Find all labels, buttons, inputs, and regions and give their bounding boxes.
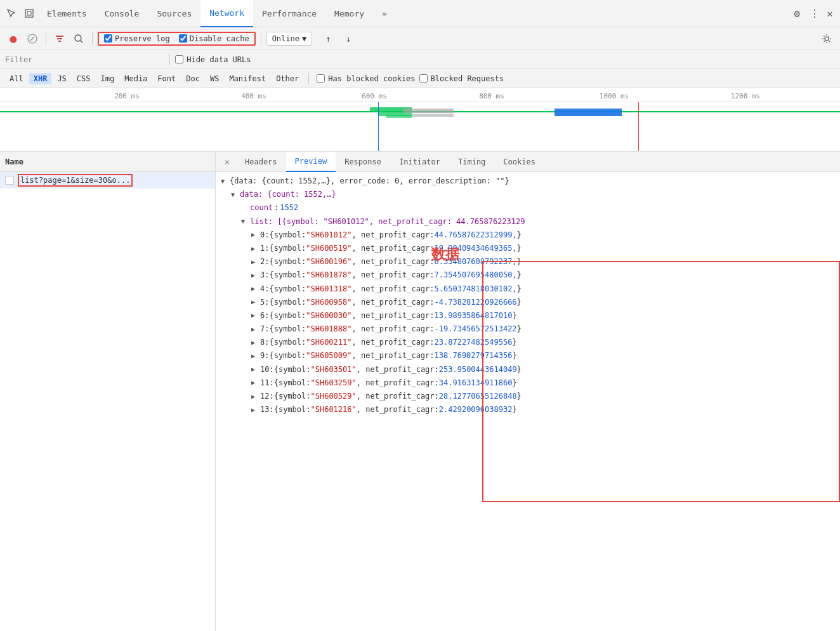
json-count-value: 1552 bbox=[280, 202, 298, 214]
json-item-4[interactable]: ▶ 4: {symbol: "SH601318" , net_profit_ca… bbox=[221, 282, 835, 296]
triangle-item-1[interactable]: ▶ bbox=[251, 244, 258, 254]
preserve-log-input[interactable] bbox=[104, 34, 112, 43]
json-item-13[interactable]: ▶ 13: {symbol: "SH601216" , net_profit_c… bbox=[221, 403, 835, 416]
triangle-root[interactable]: ▼ bbox=[221, 176, 227, 187]
filter-input[interactable] bbox=[37, 55, 164, 64]
tab-preview[interactable]: Preview bbox=[286, 152, 336, 172]
upload-icon[interactable]: ↑ bbox=[320, 30, 336, 47]
ruler-1200ms: 1200 ms bbox=[731, 92, 760, 100]
tab-elements[interactable]: Elements bbox=[38, 0, 96, 27]
json-item-2[interactable]: ▶ 2: {symbol: "SH600196" , net_profit_ca… bbox=[221, 255, 835, 269]
left-panel: Name list?page=1&size=30&o... bbox=[0, 152, 216, 631]
blocked-requests-input[interactable] bbox=[419, 74, 428, 83]
type-doc[interactable]: Doc bbox=[181, 73, 204, 84]
type-manifest[interactable]: Manifest bbox=[225, 73, 270, 84]
triangle-item-8[interactable]: ▶ bbox=[251, 338, 258, 348]
triangle-item-11[interactable]: ▶ bbox=[251, 378, 258, 388]
svg-rect-1 bbox=[27, 11, 31, 15]
box-icon[interactable] bbox=[20, 0, 38, 27]
network-throttle-select[interactable]: Online ▼ bbox=[266, 32, 313, 46]
triangle-data[interactable]: ▼ bbox=[231, 190, 237, 200]
hide-data-urls-checkbox[interactable]: Hide data URLs bbox=[175, 55, 251, 64]
triangle-item-7[interactable]: ▶ bbox=[251, 324, 258, 335]
json-tree-wrapper: 数据 ▼ {data: {count: 1552,…}, error_code:… bbox=[216, 172, 840, 631]
json-item-0[interactable]: ▶ 0: {symbol: "SH601012" , net_profit_ca… bbox=[221, 229, 835, 242]
triangle-item-0[interactable]: ▶ bbox=[251, 230, 258, 240]
bar-blue-1 bbox=[555, 109, 622, 116]
triangle-item-9[interactable]: ▶ bbox=[251, 351, 258, 361]
type-img[interactable]: Img bbox=[96, 73, 119, 84]
triangle-item-2[interactable]: ▶ bbox=[251, 257, 258, 267]
tab-memory[interactable]: Memory bbox=[325, 0, 373, 27]
close-panel-icon[interactable]: × bbox=[218, 152, 236, 172]
record-button[interactable]: ● bbox=[5, 30, 22, 47]
type-media[interactable]: Media bbox=[120, 73, 152, 84]
tab-more[interactable]: » bbox=[373, 0, 396, 27]
search-icon[interactable] bbox=[70, 30, 87, 47]
download-icon[interactable]: ↓ bbox=[340, 30, 357, 47]
triangle-item-13[interactable]: ▶ bbox=[251, 405, 258, 415]
left-panel-header: Name bbox=[0, 152, 215, 172]
json-item-1[interactable]: ▶ 1: {symbol: "SH600519" , net_profit_ca… bbox=[221, 242, 835, 255]
triangle-item-4[interactable]: ▶ bbox=[251, 284, 258, 294]
close-devtools-icon[interactable]: ✕ bbox=[822, 0, 837, 27]
triangle-item-3[interactable]: ▶ bbox=[251, 270, 258, 281]
json-item-11[interactable]: ▶ 11: {symbol: "SH603259" , net_profit_c… bbox=[221, 376, 835, 390]
type-js[interactable]: JS bbox=[53, 73, 70, 84]
has-blocked-cookies-checkbox[interactable]: Has blocked cookies bbox=[317, 74, 415, 83]
request-item[interactable]: list?page=1&size=30&o... bbox=[0, 172, 215, 189]
triangle-item-12[interactable]: ▶ bbox=[251, 392, 258, 402]
triangle-list[interactable]: ▼ bbox=[241, 216, 247, 227]
tab-console[interactable]: Console bbox=[96, 0, 148, 27]
preserve-log-checkbox[interactable]: Preserve log bbox=[104, 34, 170, 43]
triangle-item-5[interactable]: ▶ bbox=[251, 297, 258, 307]
hide-data-urls-input[interactable] bbox=[175, 55, 183, 63]
json-tree[interactable]: ▼ {data: {count: 1552,…}, error_code: 0,… bbox=[216, 172, 840, 419]
json-root[interactable]: ▼ {data: {count: 1552,…}, error_code: 0,… bbox=[221, 175, 835, 188]
triangle-item-10[interactable]: ▶ bbox=[251, 364, 258, 375]
more-options-icon[interactable]: ⋮ bbox=[807, 0, 822, 27]
has-blocked-cookies-input[interactable] bbox=[317, 74, 325, 83]
clear-button[interactable] bbox=[24, 30, 41, 47]
json-item-10[interactable]: ▶ 10: {symbol: "SH603501" , net_profit_c… bbox=[221, 363, 835, 376]
tab-timing[interactable]: Timing bbox=[449, 152, 494, 172]
json-data[interactable]: ▼ data: {count: 1552,…} bbox=[221, 188, 835, 201]
filter-icon[interactable] bbox=[51, 30, 68, 47]
triangle-item-6[interactable]: ▶ bbox=[251, 310, 258, 321]
tab-headers[interactable]: Headers bbox=[236, 152, 286, 172]
type-other[interactable]: Other bbox=[272, 73, 303, 84]
bar-gray-1 bbox=[404, 109, 454, 113]
json-item-9[interactable]: ▶ 9: {symbol: "SH605009" , net_profit_ca… bbox=[221, 349, 835, 362]
cursor-icon[interactable] bbox=[3, 0, 20, 27]
network-settings-icon[interactable] bbox=[818, 30, 835, 47]
tab-sources[interactable]: Sources bbox=[148, 0, 200, 27]
type-font[interactable]: Font bbox=[153, 73, 180, 84]
disable-cache-checkbox[interactable]: Disable cache bbox=[179, 34, 249, 43]
settings-icon[interactable]: ⚙ bbox=[787, 0, 807, 27]
type-ws[interactable]: WS bbox=[206, 73, 223, 84]
json-item-12[interactable]: ▶ 12: {symbol: "SH600529" , net_profit_c… bbox=[221, 390, 835, 403]
red-cursor-line bbox=[638, 102, 639, 152]
tab-cookies[interactable]: Cookies bbox=[494, 152, 544, 172]
tab-initiator[interactable]: Initiator bbox=[390, 152, 449, 172]
json-item-3[interactable]: ▶ 3: {symbol: "SH601878" , net_profit_ca… bbox=[221, 269, 835, 282]
disable-cache-input[interactable] bbox=[179, 34, 187, 43]
json-list[interactable]: ▼ list: [{symbol: "SH601012", net_profit… bbox=[221, 215, 835, 229]
type-all[interactable]: All bbox=[5, 73, 28, 84]
tab-performance[interactable]: Performance bbox=[253, 0, 325, 27]
bar-gray-2 bbox=[412, 114, 454, 117]
json-item-5[interactable]: ▶ 5: {symbol: "SH600958" , net_profit_ca… bbox=[221, 296, 835, 309]
type-separator bbox=[308, 73, 309, 84]
json-item-8[interactable]: ▶ 8: {symbol: "SH600211" , net_profit_ca… bbox=[221, 336, 835, 349]
timeline-chart[interactable] bbox=[0, 102, 840, 152]
main-split: Name list?page=1&size=30&o... × Headers … bbox=[0, 152, 840, 631]
json-item-6[interactable]: ▶ 6: {symbol: "SH600030" , net_profit_ca… bbox=[221, 309, 835, 322]
type-css[interactable]: CSS bbox=[72, 73, 95, 84]
blue-cursor-line bbox=[378, 102, 379, 152]
tab-network[interactable]: Network bbox=[200, 0, 253, 27]
blocked-requests-checkbox[interactable]: Blocked Requests bbox=[419, 74, 504, 83]
ruler-400ms: 400 ms bbox=[241, 92, 266, 100]
type-xhr[interactable]: XHR bbox=[29, 73, 52, 84]
json-item-7[interactable]: ▶ 7: {symbol: "SH601888" , net_profit_ca… bbox=[221, 322, 835, 336]
tab-response[interactable]: Response bbox=[336, 152, 390, 172]
